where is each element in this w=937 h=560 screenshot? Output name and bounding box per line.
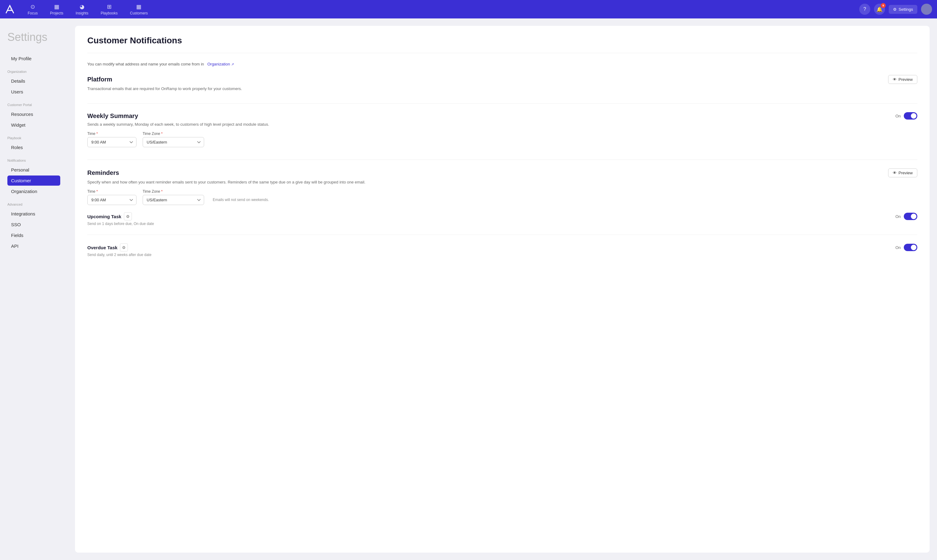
settings-gear-icon: ⚙	[893, 7, 897, 12]
nav-focus[interactable]: ⊙ Focus	[22, 2, 43, 17]
platform-desc: Transactional emails that are required f…	[87, 86, 917, 91]
logo[interactable]	[5, 4, 15, 14]
customers-icon: ▦	[136, 3, 142, 10]
info-bar: You can modify what address and name you…	[87, 62, 917, 66]
platform-section: Platform 👁 Preview Transactional emails …	[87, 75, 917, 91]
divider-2	[87, 160, 917, 160]
sidebar-item-users[interactable]: Users	[8, 87, 60, 97]
overdue-task-title: Overdue Task	[87, 245, 117, 250]
overdue-task-toggle[interactable]	[904, 244, 917, 251]
sidebar-item-personal[interactable]: Personal	[8, 165, 60, 175]
avatar-button[interactable]	[921, 4, 932, 15]
reminders-time-group: Time * 9:00 AM 8:00 AM 10:00 AM	[87, 189, 137, 205]
sidebar-item-roles[interactable]: Roles	[8, 142, 60, 152]
upcoming-task-title-row: Upcoming Task ⚙	[87, 212, 132, 220]
weekly-summary-time-label: Time *	[87, 132, 137, 136]
platform-section-header: Platform 👁 Preview	[87, 75, 917, 84]
settings-button[interactable]: ⚙ Settings	[889, 5, 917, 14]
weekly-summary-fields: Time * 9:00 AM 8:00 AM 10:00 AM 11:00 AM…	[87, 132, 917, 147]
sidebar-item-widget[interactable]: Widget	[8, 120, 60, 130]
notifications-button[interactable]: 🔔 9	[874, 4, 885, 15]
external-link-icon: ↗	[231, 62, 234, 66]
weekly-summary-section: Weekly Summary On Sends a weekly summary…	[87, 112, 917, 147]
weekly-summary-header: Weekly Summary On	[87, 112, 917, 120]
nav-customers[interactable]: ▦ Customers	[125, 2, 154, 17]
weekly-summary-time-group: Time * 9:00 AM 8:00 AM 10:00 AM 11:00 AM…	[87, 132, 137, 147]
organization-link[interactable]: Organization ↗	[207, 62, 234, 66]
main-content: Customer Notifications You can modify wh…	[68, 18, 937, 560]
weekly-summary-timezone-label: Time Zone *	[143, 132, 204, 136]
sidebar-item-resources[interactable]: Resources	[8, 109, 60, 119]
sidebar-item-sso[interactable]: SSO	[8, 220, 60, 229]
overdue-task-desc: Send daily, until 2 weeks after due date	[87, 253, 917, 257]
page-title: Customer Notifications	[87, 35, 917, 53]
reminders-preview-button[interactable]: 👁 Preview	[888, 168, 917, 177]
weekly-summary-timezone-group: Time Zone * US/Eastern US/Central US/Mou…	[143, 132, 204, 147]
nav-projects[interactable]: ▦ Projects	[45, 2, 69, 17]
reminders-title: Reminders	[87, 169, 119, 177]
reminders-header: Reminders 👁 Preview	[87, 168, 917, 177]
sidebar-item-organization[interactable]: Organization	[8, 186, 60, 196]
sidebar-section-customer-portal: Customer Portal	[8, 103, 60, 107]
overdue-task-toggle-label: On	[895, 245, 901, 250]
nav-items: ⊙ Focus ▦ Projects ◕ Insights ⊞ Playbook…	[22, 2, 857, 17]
sidebar-item-fields[interactable]: Fields	[8, 230, 60, 240]
platform-preview-button[interactable]: 👁 Preview	[888, 75, 917, 84]
sidebar-section-notifications: Notifications	[8, 158, 60, 162]
weekly-summary-title: Weekly Summary	[87, 112, 138, 120]
overdue-task-header: Overdue Task ⚙ On	[87, 243, 917, 251]
insights-icon: ◕	[80, 3, 85, 10]
reminders-timezone-group: Time Zone * US/Eastern US/Central US/Mou…	[143, 189, 204, 205]
upcoming-task-title: Upcoming Task	[87, 214, 122, 219]
reminders-time-label: Time *	[87, 189, 137, 194]
sidebar-item-api[interactable]: API	[8, 241, 60, 251]
upcoming-task-header: Upcoming Task ⚙ On	[87, 212, 917, 220]
sidebar-title: Settings	[8, 31, 60, 44]
reminders-email-note: Emails will not send on weekends.	[213, 198, 269, 205]
weekly-summary-time-select[interactable]: 9:00 AM 8:00 AM 10:00 AM 11:00 AM 12:00 …	[87, 137, 137, 147]
reminders-eye-icon: 👁	[893, 171, 897, 175]
page-layout: Settings My Profile Organization Details…	[0, 18, 937, 560]
topnav-right: ? 🔔 9 ⚙ Settings	[859, 4, 932, 15]
sidebar-section-playbook: Playbook	[8, 136, 60, 140]
sidebar-item-customer[interactable]: Customer	[8, 175, 60, 186]
sidebar-item-details[interactable]: Details	[8, 76, 60, 86]
nav-insights[interactable]: ◕ Insights	[70, 2, 94, 17]
reminders-fields: Time * 9:00 AM 8:00 AM 10:00 AM Time Zon…	[87, 189, 917, 205]
weekly-summary-desc: Sends a weekly summary, Monday of each w…	[87, 122, 917, 127]
projects-icon: ▦	[54, 3, 59, 10]
weekly-summary-toggle-label: On	[895, 114, 901, 118]
overdue-task-settings-button[interactable]: ⚙	[120, 243, 128, 251]
playbooks-icon: ⊞	[107, 3, 112, 10]
reminders-section: Reminders 👁 Preview Specify when and how…	[87, 168, 917, 266]
sidebar-section-organization: Organization	[8, 70, 60, 74]
upcoming-task-toggle[interactable]	[904, 213, 917, 220]
reminders-time-select[interactable]: 9:00 AM 8:00 AM 10:00 AM	[87, 195, 137, 205]
platform-title: Platform	[87, 76, 112, 83]
eye-icon: 👁	[893, 77, 897, 82]
sidebar-section-advanced: Advanced	[8, 203, 60, 206]
notifications-badge: 9	[881, 3, 886, 8]
overdue-task-toggle-row: On	[895, 244, 917, 251]
upcoming-task-toggle-label: On	[895, 214, 901, 219]
reminders-timezone-select[interactable]: US/Eastern US/Central US/Mountain US/Pac…	[143, 195, 204, 205]
content-card: Customer Notifications You can modify wh…	[75, 26, 929, 552]
overdue-task-title-row: Overdue Task ⚙	[87, 243, 128, 251]
overdue-task-subsection: Overdue Task ⚙ On Send daily, until 2 we…	[87, 243, 917, 266]
focus-icon: ⊙	[31, 3, 35, 10]
weekly-summary-toggle-row: On	[895, 112, 917, 120]
weekly-summary-toggle[interactable]	[904, 112, 917, 120]
upcoming-task-desc: Send on 1 days before due, On due date	[87, 222, 917, 226]
sidebar-item-my-profile[interactable]: My Profile	[8, 54, 60, 64]
upcoming-task-settings-button[interactable]: ⚙	[124, 212, 132, 220]
reminders-timezone-label: Time Zone *	[143, 189, 204, 194]
upcoming-task-toggle-row: On	[895, 213, 917, 220]
topnav: ⊙ Focus ▦ Projects ◕ Insights ⊞ Playbook…	[0, 0, 937, 18]
nav-playbooks[interactable]: ⊞ Playbooks	[95, 2, 123, 17]
reminders-desc: Specify when and how often you want remi…	[87, 180, 917, 185]
upcoming-task-subsection: Upcoming Task ⚙ On Send on 1 days before…	[87, 212, 917, 235]
weekly-summary-timezone-select[interactable]: US/Eastern US/Central US/Mountain US/Pac…	[143, 137, 204, 147]
sidebar: Settings My Profile Organization Details…	[0, 18, 68, 560]
help-button[interactable]: ?	[859, 4, 870, 15]
sidebar-item-integrations[interactable]: Integrations	[8, 209, 60, 219]
